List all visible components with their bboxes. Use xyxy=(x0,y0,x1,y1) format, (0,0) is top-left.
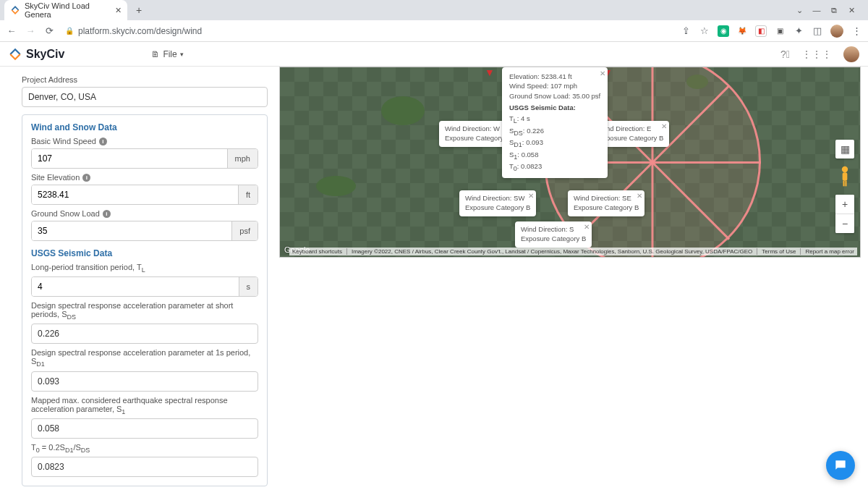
info-icon[interactable]: i xyxy=(99,138,107,145)
keyboard-shortcuts-link[interactable]: Keyboard shortcuts xyxy=(292,248,347,255)
terms-link[interactable]: Terms of Use xyxy=(762,248,801,255)
svg-rect-1 xyxy=(843,172,848,181)
t0-label: T0 = 0.2SD1/SDS xyxy=(31,443,258,454)
popup-wind-sw: ✕ Wind Direction: SWExposure Category B xyxy=(459,190,536,216)
ext-icon-3[interactable]: ◧ xyxy=(755,25,767,37)
map-canvas[interactable]: ▼ ▼ ▼ ▼ ▼ ✕ Wind Direction: WExposure Ca… xyxy=(279,67,861,258)
browser-tab[interactable]: SkyCiv Wind Load Genera ✕ xyxy=(4,0,127,20)
svg-rect-2 xyxy=(843,181,845,187)
zoom-controls: + − xyxy=(835,195,854,233)
window-minimize-icon[interactable]: — xyxy=(809,6,825,14)
addr-bar-right: ⇪ ☆ ◉ 🦊 ◧ ▣ ✦ ◫ ⋮ xyxy=(680,25,862,38)
imagery-attribution: Imagery ©2022, CNES / Airbus, Clear Cree… xyxy=(352,248,757,255)
popup-site-data: ✕ Elevation: 5238.41 ft Wind Speed: 107 … xyxy=(502,67,608,178)
basic-wind-speed-input[interactable]: mph xyxy=(31,148,258,169)
sidebar-form: Project Address Wind and Snow Data Basic… xyxy=(14,67,275,490)
nav-reload-icon[interactable]: ⟳ xyxy=(43,25,55,36)
project-address-input[interactable] xyxy=(22,87,268,107)
bookmark-icon[interactable]: ☆ xyxy=(699,25,710,36)
help-icon[interactable]: ?⃝ xyxy=(780,48,790,60)
project-address-label: Project Address xyxy=(22,75,268,84)
tl-label: Long-period transition period, TL xyxy=(31,263,258,274)
svg-rect-3 xyxy=(845,181,846,187)
address-bar: ← → ⟳ 🔒 platform.skyciv.com/design/wind … xyxy=(0,20,868,42)
ground-snow-load-label: Ground Snow Load i xyxy=(31,209,258,218)
logo-text: SkyCiv xyxy=(26,48,64,61)
s1-label: Mapped max. considered earthquake spectr… xyxy=(31,396,258,415)
close-icon[interactable]: ✕ xyxy=(661,122,667,132)
info-icon[interactable]: i xyxy=(103,210,111,218)
ext-icon-1[interactable]: ◉ xyxy=(718,25,729,37)
sds-label: Design spectral response acceleration pa… xyxy=(31,301,258,321)
site-elevation-label: Site Elevation i xyxy=(31,173,258,182)
reading-list-icon[interactable]: ◫ xyxy=(812,25,823,36)
close-icon[interactable]: ✕ xyxy=(528,191,534,201)
ground-snow-load-field[interactable] xyxy=(32,221,231,240)
svg-point-0 xyxy=(842,166,848,172)
chat-support-button[interactable] xyxy=(826,451,855,480)
close-icon[interactable]: ✕ xyxy=(637,191,642,201)
apps-grid-icon[interactable]: ⋮⋮⋮ xyxy=(801,48,832,60)
lock-icon: 🔒 xyxy=(65,27,74,35)
close-icon[interactable]: ✕ xyxy=(584,222,590,232)
ext-icon-2[interactable]: 🦊 xyxy=(736,25,748,37)
map-terrain xyxy=(381,96,425,125)
wind-snow-panel: Wind and Snow Data Basic Wind Speed i mp… xyxy=(22,114,268,486)
unit-psf: psf xyxy=(231,221,258,240)
unit-mph: mph xyxy=(227,149,258,168)
logo-icon xyxy=(9,48,22,61)
map-marker-icon: ▼ xyxy=(485,67,495,78)
zoom-out-button[interactable]: − xyxy=(835,214,854,233)
ground-snow-load-input[interactable]: psf xyxy=(31,221,258,241)
pegman-icon[interactable] xyxy=(838,166,852,187)
panel-title: Wind and Snow Data xyxy=(31,122,258,132)
s1-input[interactable] xyxy=(31,418,258,439)
share-icon[interactable]: ⇪ xyxy=(680,25,692,36)
tab-close-icon[interactable]: ✕ xyxy=(115,6,122,15)
tab-title: SkyCiv Wind Load Genera xyxy=(25,1,111,19)
window-chevron-icon[interactable]: ⌄ xyxy=(791,6,807,15)
popup-wind-se: ✕ Wind Direction: SEExposure Category B xyxy=(568,190,644,216)
chevron-down-icon: ▾ xyxy=(180,51,184,58)
url-box[interactable]: 🔒 platform.skyciv.com/design/wind xyxy=(65,26,202,36)
ext-icon-4[interactable]: ▣ xyxy=(774,25,786,37)
app-logo[interactable]: SkyCiv xyxy=(9,48,64,61)
window-controls: ⌄ — ⧉ ✕ xyxy=(791,6,864,15)
user-avatar[interactable] xyxy=(843,46,859,62)
main-content: Project Address Wind and Snow Data Basic… xyxy=(0,67,868,490)
zoom-in-button[interactable]: + xyxy=(835,195,854,214)
file-menu[interactable]: 🗎 File ▾ xyxy=(151,49,183,59)
profile-avatar[interactable] xyxy=(830,25,843,38)
map-attribution: Keyboard shortcuts Imagery ©2022, CNES /… xyxy=(289,248,857,255)
tab-strip: SkyCiv Wind Load Genera ✕ + ⌄ — ⧉ ✕ xyxy=(0,0,868,20)
basic-wind-speed-field[interactable] xyxy=(32,149,227,168)
sd1-label: Design spectral response acceleration pa… xyxy=(31,348,258,368)
map-layers-button[interactable]: ▦ xyxy=(835,140,854,159)
tl-input[interactable]: s xyxy=(31,276,258,297)
report-map-error-link[interactable]: Report a map error xyxy=(805,248,854,255)
window-restore-icon[interactable]: ⧉ xyxy=(826,6,842,15)
close-icon[interactable]: ✕ xyxy=(600,69,605,79)
info-icon[interactable]: i xyxy=(82,174,90,182)
browser-chrome: SkyCiv Wind Load Genera ✕ + ⌄ — ⧉ ✕ ← → … xyxy=(0,0,868,42)
map-controls: ▦ + − xyxy=(835,140,854,233)
site-elevation-input[interactable]: ft xyxy=(31,185,258,205)
site-elevation-field[interactable] xyxy=(32,185,238,204)
sds-input[interactable] xyxy=(31,324,258,344)
t0-input[interactable] xyxy=(31,457,258,477)
map-terrain xyxy=(316,176,356,196)
window-close-icon[interactable]: ✕ xyxy=(843,6,859,15)
new-tab-button[interactable]: + xyxy=(132,4,146,16)
extensions-icon[interactable]: ✦ xyxy=(793,25,804,36)
app-header: SkyCiv 🗎 File ▾ ?⃝ ⋮⋮⋮ xyxy=(0,42,868,67)
nav-back-icon[interactable]: ← xyxy=(6,25,17,36)
popup-wind-s: ✕ Wind Direction: SExposure Category B xyxy=(515,221,592,248)
sd1-input[interactable] xyxy=(31,371,258,392)
tl-field[interactable] xyxy=(32,277,239,296)
file-menu-label: File xyxy=(163,49,176,59)
unit-ft: ft xyxy=(238,185,258,204)
kebab-menu-icon[interactable]: ⋮ xyxy=(851,25,862,36)
tab-favicon xyxy=(10,5,20,15)
unit-s: s xyxy=(239,277,258,296)
nav-forward-icon[interactable]: → xyxy=(25,25,36,36)
